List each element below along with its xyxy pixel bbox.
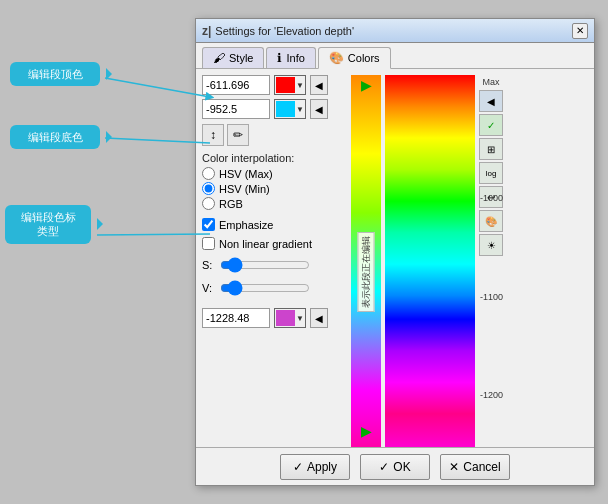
dialog-body: 🖌 Style ℹ Info 🎨 Colors ▼ (196, 43, 594, 485)
hsv-min-radio[interactable] (202, 182, 215, 195)
svg-line-2 (97, 234, 210, 235)
emphasize-checkbox[interactable] (202, 218, 215, 231)
top-color-arrow: ▼ (296, 81, 304, 90)
bottom2-color-swatch (276, 310, 295, 326)
top-arrow-btn[interactable]: ◀ (310, 75, 328, 95)
close-button[interactable]: ✕ (572, 23, 588, 39)
button-bar: ✓ Apply ✓ OK ✕ Cancel (196, 447, 594, 485)
flip-btn[interactable]: ↕ (202, 124, 224, 146)
tab-style[interactable]: 🖌 Style (202, 47, 264, 68)
info-icon: ℹ (277, 51, 282, 65)
center-label: 表示此段正在编辑 (358, 232, 375, 312)
nonlinear-row: Non linear gradient (202, 237, 347, 250)
color-interpolation-section: Color interpolation: HSV (Max) HSV (Min)… (202, 152, 347, 212)
rgb-radio[interactable] (202, 197, 215, 210)
top-color-row: ▼ ◀ (202, 75, 347, 95)
v-label: V: (202, 282, 214, 294)
center-col: 表示此段正在编辑 ▶ ▶ (351, 75, 381, 469)
emphasize-row: Emphasize (202, 218, 347, 231)
ok-icon: ✓ (379, 460, 389, 474)
annotation-color-type: 编辑段色标 类型 (5, 205, 91, 244)
nonlinear-label: Non linear gradient (219, 238, 312, 250)
scale-1200: -1200 (480, 390, 503, 400)
cancel-button[interactable]: ✕ Cancel (440, 454, 510, 480)
main-content: ▼ ◀ ▼ ◀ ↕ ✏ (196, 69, 594, 473)
check-btn[interactable]: ✓ (479, 114, 503, 136)
rgb-label: RGB (219, 198, 243, 210)
bottom-arrow-btn[interactable]: ◀ (310, 99, 328, 119)
hsv-max-row: HSV (Max) (202, 167, 347, 180)
max-label: Max (482, 77, 499, 87)
tab-info[interactable]: ℹ Info (266, 47, 315, 68)
icon-btn-row: ↕ ✏ (202, 124, 347, 146)
tab-style-label: Style (229, 52, 253, 64)
bottom2-color-arrow: ▼ (296, 314, 304, 323)
top-tick: ▶ (361, 77, 372, 93)
hsv-min-row: HSV (Min) (202, 182, 347, 195)
hsv-max-radio[interactable] (202, 167, 215, 180)
top-color-btn[interactable]: ▼ (274, 75, 306, 95)
settings-dialog: z| Settings for 'Elevation depth' ✕ 🖌 St… (195, 18, 595, 486)
left-controls: ▼ ◀ ▼ ◀ ↕ ✏ (202, 75, 347, 469)
apply-icon: ✓ (293, 460, 303, 474)
apply-label: Apply (307, 460, 337, 474)
scale-1000: -1000 (480, 193, 503, 203)
s-slider[interactable] (220, 257, 310, 273)
bottom-value-input[interactable] (202, 99, 270, 119)
log-btn[interactable]: log (479, 162, 503, 184)
edit-btn[interactable]: ✏ (227, 124, 249, 146)
tab-colors-label: Colors (348, 52, 380, 64)
ok-button[interactable]: ✓ OK (360, 454, 430, 480)
spectrum-col: -1000 -1100 -1200 (385, 75, 475, 469)
tab-bar: 🖌 Style ℹ Info 🎨 Colors (196, 43, 594, 69)
title-bar-left: z| Settings for 'Elevation depth' (202, 24, 354, 38)
grid-btn[interactable]: ⊞ (479, 138, 503, 160)
left-arrow-btn[interactable]: ◀ (479, 90, 503, 112)
nonlinear-checkbox[interactable] (202, 237, 215, 250)
apply-button[interactable]: ✓ Apply (280, 454, 350, 480)
s-slider-row: S: (202, 257, 347, 273)
v-slider[interactable] (220, 280, 310, 296)
s-label: S: (202, 259, 214, 271)
bottom2-color-btn[interactable]: ▼ (274, 308, 306, 328)
ok-label: OK (393, 460, 410, 474)
bottom2-value-input[interactable] (202, 308, 270, 328)
right-panel: -1000 -1100 -1200 Max ◀ ✓ ⊞ log ↩ 🎨 ☀ Mi… (385, 75, 588, 469)
app-icon: z| (202, 24, 211, 38)
scale-1100: -1100 (480, 292, 503, 302)
palette-btn[interactable]: 🎨 (479, 210, 503, 232)
right-tools: Max ◀ ✓ ⊞ log ↩ 🎨 ☀ Min (477, 75, 505, 469)
dialog-title: Settings for 'Elevation depth' (215, 25, 354, 37)
tab-info-label: Info (286, 52, 304, 64)
hsv-min-label: HSV (Min) (219, 183, 270, 195)
bottom2-color-row: ▼ ◀ (202, 308, 347, 328)
bottom-color-row: ▼ ◀ (202, 99, 347, 119)
bottom-color-btn[interactable]: ▼ (274, 99, 306, 119)
emphasize-label: Emphasize (219, 219, 273, 231)
color-interp-label: Color interpolation: (202, 152, 347, 164)
bottom-tick: ▶ (361, 423, 372, 439)
colors-icon: 🎨 (329, 51, 344, 65)
top-color-swatch (276, 77, 295, 93)
bottom-color-arrow: ▼ (296, 105, 304, 114)
annotation-top-color: 编辑段顶色 (10, 62, 100, 86)
center-gradient-area: 表示此段正在编辑 ▶ ▶ (351, 75, 381, 469)
cancel-icon: ✕ (449, 460, 459, 474)
tab-colors[interactable]: 🎨 Colors (318, 47, 391, 69)
rgb-row: RGB (202, 197, 347, 210)
title-bar: z| Settings for 'Elevation depth' ✕ (196, 19, 594, 43)
bottom-color-swatch (276, 101, 295, 117)
bottom2-arrow-btn[interactable]: ◀ (310, 308, 328, 328)
style-icon: 🖌 (213, 51, 225, 65)
hsv-max-label: HSV (Max) (219, 168, 273, 180)
color-spectrum[interactable] (385, 75, 475, 469)
sun-btn[interactable]: ☀ (479, 234, 503, 256)
cancel-label: Cancel (463, 460, 500, 474)
annotation-bottom-color: 编辑段底色 (10, 125, 100, 149)
v-slider-row: V: (202, 280, 347, 296)
top-value-input[interactable] (202, 75, 270, 95)
